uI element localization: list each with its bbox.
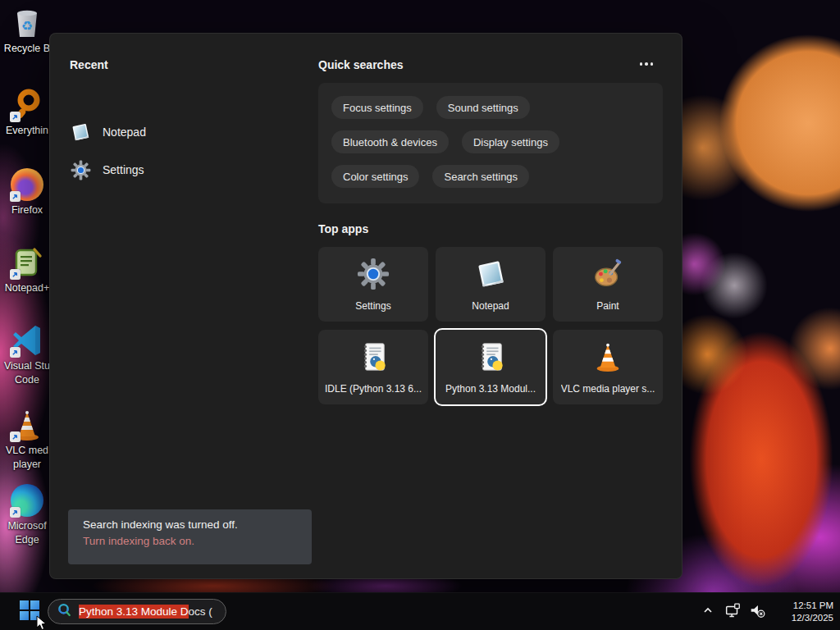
vlc-cone-icon — [591, 340, 624, 377]
top-app-label: Settings — [355, 300, 390, 312]
desktop-icon-label: Recycle B — [4, 43, 50, 55]
top-app-label: Python 3.13 Modul... — [445, 383, 536, 395]
top-apps-title: Top apps — [318, 222, 368, 235]
quick-search-pill-search-settings[interactable]: Search settings — [432, 165, 529, 188]
search-text-rest: ocs ( — [189, 605, 212, 618]
top-app-tile-notepad[interactable]: Notepad — [436, 247, 546, 322]
top-app-label: VLC media player s... — [561, 383, 655, 395]
top-app-tile-idle-python[interactable]: IDLE (Python 3.13 6... — [318, 330, 428, 404]
gear-icon — [357, 258, 390, 294]
chevron-up-icon — [701, 604, 714, 620]
start-button[interactable] — [13, 600, 46, 624]
indexing-notice-text: Search indexing was turned off. — [83, 518, 297, 531]
shortcut-arrow-icon — [10, 191, 21, 202]
taskbar: Python 3.13 Module Docs ( — [0, 592, 840, 630]
python-document-icon — [474, 340, 507, 377]
search-flyout-panel: Recent Notepad — [49, 33, 682, 579]
desktop-icon-vlc[interactable]: VLC med player — [0, 407, 54, 471]
clock-date: 12/3/2025 — [769, 612, 833, 624]
desktop-icon-label: Visual Stu — [4, 360, 50, 372]
notepad-plus-plus-icon — [9, 244, 45, 281]
windows-logo-icon — [19, 600, 40, 624]
desktop-icon-vscode[interactable]: Visual Stu Code — [0, 322, 54, 386]
desktop-icon-notepad-plus-plus[interactable]: Notepad+ — [0, 244, 54, 294]
search-text-selected: Python 3.13 Module D — [79, 605, 189, 619]
desktop-icon-everything[interactable]: Everythin — [0, 87, 54, 137]
notepad-icon — [70, 121, 91, 143]
notepad-icon — [474, 258, 507, 294]
desktop-icon-label-line2: Edge — [15, 534, 39, 546]
everything-search-icon — [9, 87, 45, 123]
desktop-icon-label: Notepad+ — [5, 282, 50, 294]
volume-muted-icon — [748, 601, 766, 623]
quick-search-pill-focus-settings[interactable]: Focus settings — [331, 96, 423, 119]
desktop-icon-label: Firefox — [11, 204, 43, 217]
network-button[interactable] — [720, 593, 745, 630]
paint-palette-icon — [591, 258, 624, 294]
recycle-bin-icon: ♻ — [9, 5, 45, 41]
desktop-icon-label-line2: player — [13, 459, 41, 471]
edge-icon — [9, 482, 45, 518]
shortcut-arrow-icon — [10, 347, 21, 358]
quick-search-pill-color-settings[interactable]: Color settings — [331, 165, 419, 188]
top-app-tile-python-docs[interactable]: Python 3.13 Modul... — [436, 330, 546, 404]
top-app-label: IDLE (Python 3.13 6... — [325, 383, 422, 395]
ethernet-network-icon — [724, 601, 742, 623]
quick-search-pill-display-settings[interactable]: Display settings — [462, 130, 559, 153]
clock-time: 12:51 PM — [769, 600, 833, 612]
shortcut-arrow-icon — [10, 507, 21, 518]
shortcut-arrow-icon — [10, 269, 21, 280]
turn-indexing-on-link[interactable]: Turn indexing back on. — [83, 535, 297, 547]
recent-item-notepad[interactable]: Notepad — [70, 119, 234, 145]
taskbar-search-input[interactable]: Python 3.13 Module Docs ( — [48, 599, 226, 624]
recent-item-label: Settings — [103, 163, 144, 176]
top-app-label: Paint — [596, 300, 619, 312]
top-apps-grid: Settings Notepad — [318, 247, 663, 404]
shortcut-arrow-icon — [10, 431, 21, 442]
top-app-label: Notepad — [472, 300, 509, 312]
gear-icon — [70, 159, 91, 180]
recent-item-settings[interactable]: Settings — [70, 157, 234, 183]
desktop-icon-label: Everythin — [6, 125, 48, 137]
system-tray: 12:51 PM 12/3/2025 — [696, 593, 840, 630]
recent-item-label: Notepad — [103, 126, 146, 139]
volume-button[interactable] — [745, 593, 769, 630]
more-options-button[interactable] — [636, 57, 657, 71]
search-icon — [57, 602, 72, 621]
recent-section-title: Recent — [70, 58, 108, 71]
quick-search-pill-bluetooth-devices[interactable]: Bluetooth & devices — [331, 130, 449, 153]
vlc-cone-icon — [9, 407, 45, 443]
quick-search-pill-sound-settings[interactable]: Sound settings — [436, 96, 530, 119]
desktop-icon-label-line2: Code — [15, 374, 39, 386]
vscode-icon — [9, 322, 45, 358]
indexing-notice: Search indexing was turned off. Turn ind… — [68, 509, 312, 564]
top-app-tile-paint[interactable]: Paint — [553, 247, 663, 322]
shortcut-arrow-icon — [10, 112, 21, 122]
quick-searches-title: Quick searches — [318, 58, 404, 71]
desktop-icon-label: Microsof — [7, 520, 46, 532]
desktop-icon-firefox[interactable]: Firefox — [0, 167, 54, 217]
quick-searches-box: Focus settings Sound settings Bluetooth … — [318, 83, 663, 203]
top-app-tile-vlc[interactable]: VLC media player s... — [553, 330, 663, 404]
desktop-icon-edge[interactable]: Microsof Edge — [0, 482, 54, 546]
top-app-tile-settings[interactable]: Settings — [318, 247, 428, 322]
svg-text:♻: ♻ — [21, 19, 33, 33]
python-document-icon — [357, 340, 390, 377]
ellipsis-icon — [640, 62, 643, 66]
tray-overflow-button[interactable] — [696, 593, 720, 630]
desktop-icon-recycle-bin[interactable]: ♻ Recycle B — [0, 5, 54, 55]
tray-clock[interactable]: 12:51 PM 12/3/2025 — [769, 600, 833, 624]
firefox-icon — [9, 167, 45, 203]
desktop-icon-label: VLC med — [6, 445, 48, 457]
